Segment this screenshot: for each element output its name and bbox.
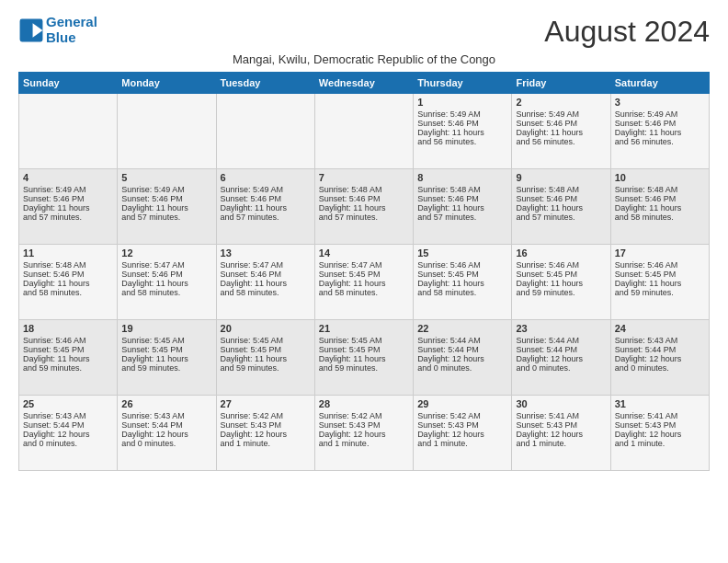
day-info: and 0 minutes. (121, 439, 211, 448)
day-info: Sunset: 5:46 PM (319, 194, 409, 203)
day-info: and 58 minutes. (221, 288, 311, 297)
calendar-cell: 21Sunrise: 5:45 AMSunset: 5:45 PMDayligh… (314, 320, 413, 396)
day-info: Daylight: 12 hours (221, 430, 311, 439)
calendar-cell: 18Sunrise: 5:46 AMSunset: 5:45 PMDayligh… (19, 320, 118, 396)
day-info: Daylight: 11 hours (615, 203, 705, 213)
day-info: Sunset: 5:44 PM (23, 420, 113, 430)
calendar-cell: 10Sunrise: 5:48 AMSunset: 5:46 PMDayligh… (610, 169, 709, 245)
day-info: Daylight: 11 hours (221, 354, 311, 363)
calendar-cell: 6Sunrise: 5:49 AMSunset: 5:46 PMDaylight… (216, 169, 314, 245)
day-info: Sunset: 5:43 PM (615, 420, 705, 430)
day-info: Sunset: 5:46 PM (121, 194, 211, 203)
logo: General Blue (18, 15, 97, 45)
day-info: Sunset: 5:46 PM (23, 270, 113, 279)
day-info: and 1 minute. (516, 439, 606, 448)
day-info: Sunrise: 5:49 AM (417, 109, 507, 119)
day-info: Sunrise: 5:42 AM (319, 411, 409, 420)
day-info: Sunrise: 5:49 AM (23, 185, 113, 194)
day-info: Daylight: 12 hours (516, 354, 606, 363)
day-info: Sunset: 5:45 PM (23, 345, 113, 354)
day-info: and 0 minutes. (417, 363, 507, 373)
header-saturday: Saturday (610, 73, 709, 94)
calendar-cell: 12Sunrise: 5:47 AMSunset: 5:46 PMDayligh… (118, 245, 216, 320)
day-number: 11 (23, 247, 113, 259)
day-info: and 58 minutes. (121, 288, 211, 297)
day-info: Sunrise: 5:48 AM (516, 185, 606, 194)
header-sunday: Sunday (19, 73, 118, 94)
calendar-cell (118, 94, 216, 169)
day-info: and 58 minutes. (319, 288, 409, 297)
day-info: Sunset: 5:44 PM (417, 345, 507, 354)
day-info: Sunset: 5:43 PM (221, 420, 311, 430)
day-number: 9 (516, 172, 606, 183)
week-row-2: 11Sunrise: 5:48 AMSunset: 5:46 PMDayligh… (19, 245, 710, 320)
calendar-cell: 30Sunrise: 5:41 AMSunset: 5:43 PMDayligh… (512, 396, 610, 471)
day-info: Sunset: 5:46 PM (516, 119, 606, 128)
day-info: and 1 minute. (615, 439, 705, 448)
day-info: Sunrise: 5:46 AM (23, 336, 113, 345)
day-info: and 0 minutes. (516, 363, 606, 373)
day-info: Sunset: 5:46 PM (221, 194, 311, 203)
day-info: Daylight: 11 hours (615, 128, 705, 137)
day-number: 4 (23, 172, 113, 183)
day-info: Sunrise: 5:42 AM (221, 411, 311, 420)
day-number: 20 (221, 323, 311, 334)
day-info: Sunset: 5:45 PM (221, 345, 311, 354)
calendar-cell: 1Sunrise: 5:49 AMSunset: 5:46 PMDaylight… (414, 94, 512, 169)
calendar-cell: 20Sunrise: 5:45 AMSunset: 5:45 PMDayligh… (216, 320, 314, 396)
header-friday: Friday (512, 73, 610, 94)
day-info: Daylight: 11 hours (319, 279, 409, 288)
day-info: Daylight: 11 hours (221, 279, 311, 288)
day-info: Daylight: 11 hours (319, 203, 409, 213)
calendar-cell: 23Sunrise: 5:44 AMSunset: 5:44 PMDayligh… (512, 320, 610, 396)
calendar-cell: 11Sunrise: 5:48 AMSunset: 5:46 PMDayligh… (19, 245, 118, 320)
day-info: Sunset: 5:45 PM (516, 270, 606, 279)
day-info: Sunset: 5:44 PM (121, 420, 211, 430)
header-area: General Blue August 2024 (18, 15, 710, 49)
day-info: Sunset: 5:43 PM (417, 420, 507, 430)
day-number: 30 (516, 398, 606, 409)
header-wednesday: Wednesday (314, 73, 413, 94)
day-info: and 59 minutes. (615, 288, 705, 297)
day-number: 25 (23, 398, 113, 409)
day-info: and 56 minutes. (516, 137, 606, 146)
day-info: Sunset: 5:46 PM (615, 119, 705, 128)
day-number: 21 (319, 323, 409, 334)
day-number: 12 (121, 247, 211, 259)
day-info: Sunrise: 5:44 AM (417, 336, 507, 345)
logo-icon (18, 17, 44, 43)
calendar-cell: 29Sunrise: 5:42 AMSunset: 5:43 PMDayligh… (414, 396, 512, 471)
calendar-cell: 17Sunrise: 5:46 AMSunset: 5:45 PMDayligh… (610, 245, 709, 320)
day-info: Sunset: 5:44 PM (516, 345, 606, 354)
week-row-4: 25Sunrise: 5:43 AMSunset: 5:44 PMDayligh… (19, 396, 710, 471)
day-number: 29 (417, 398, 507, 409)
calendar-cell: 15Sunrise: 5:46 AMSunset: 5:45 PMDayligh… (414, 245, 512, 320)
day-info: Sunset: 5:46 PM (417, 194, 507, 203)
day-info: Daylight: 11 hours (516, 203, 606, 213)
day-info: and 56 minutes. (615, 137, 705, 146)
day-info: and 57 minutes. (23, 213, 113, 222)
day-info: Sunrise: 5:43 AM (121, 411, 211, 420)
day-info: Sunrise: 5:49 AM (221, 185, 311, 194)
calendar-cell: 31Sunrise: 5:41 AMSunset: 5:43 PMDayligh… (610, 396, 709, 471)
day-info: Sunrise: 5:43 AM (23, 411, 113, 420)
day-info: Daylight: 11 hours (516, 279, 606, 288)
day-info: Sunrise: 5:46 AM (516, 260, 606, 270)
calendar-cell: 24Sunrise: 5:43 AMSunset: 5:44 PMDayligh… (610, 320, 709, 396)
calendar-cell: 27Sunrise: 5:42 AMSunset: 5:43 PMDayligh… (216, 396, 314, 471)
day-info: and 59 minutes. (319, 363, 409, 373)
day-info: Sunrise: 5:45 AM (121, 336, 211, 345)
day-info: Daylight: 11 hours (121, 203, 211, 213)
day-info: and 59 minutes. (221, 363, 311, 373)
day-info: and 58 minutes. (417, 288, 507, 297)
week-row-0: 1Sunrise: 5:49 AMSunset: 5:46 PMDaylight… (19, 94, 710, 169)
calendar-cell: 8Sunrise: 5:48 AMSunset: 5:46 PMDaylight… (414, 169, 512, 245)
day-info: and 0 minutes. (615, 363, 705, 373)
day-info: Daylight: 11 hours (319, 354, 409, 363)
day-info: Sunrise: 5:48 AM (319, 185, 409, 194)
day-info: Sunrise: 5:45 AM (319, 336, 409, 345)
day-info: and 57 minutes. (221, 213, 311, 222)
day-info: Sunset: 5:46 PM (615, 194, 705, 203)
calendar-cell: 9Sunrise: 5:48 AMSunset: 5:46 PMDaylight… (512, 169, 610, 245)
day-info: Sunrise: 5:46 AM (417, 260, 507, 270)
